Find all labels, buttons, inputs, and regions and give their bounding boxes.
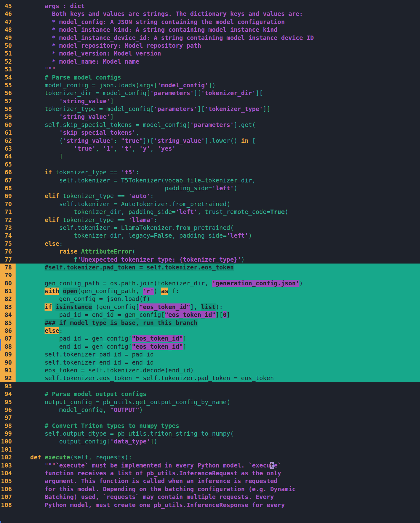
code-line[interactable]: 88 end_id = gen_config["eos_token_id"] (0, 343, 420, 351)
code-line[interactable]: 101 (0, 446, 420, 453)
code-line[interactable]: 72 elif tokenizer_type == 'llama': (0, 216, 420, 224)
code-line[interactable]: 78 #self.tokenizer.pad_token = self.toke… (0, 264, 420, 271)
code-text: with open(gen_config_path, 'r') as f: (16, 287, 420, 295)
code-line[interactable]: 46 Both keys and values are strings. The… (0, 10, 420, 18)
code-line[interactable]: 97 (0, 414, 420, 422)
code-line[interactable]: 48 * model_instance_kind: A string conta… (0, 26, 420, 34)
code-line[interactable]: 87 pad_id = gen_config["bos_token_id"] (0, 335, 420, 342)
line-number: 82 (0, 295, 16, 303)
code-line[interactable]: 91 eos_token = self.tokenizer.decode(end… (0, 366, 420, 374)
code-line[interactable]: 66 if tokenizer_type == 't5': (0, 168, 420, 176)
code-line[interactable]: 99 self.output_dtype = pb_utils.triton_s… (0, 430, 420, 438)
line-number: 91 (0, 366, 16, 374)
code-line[interactable]: 52 * model_name: Model name (0, 58, 420, 65)
code-text: elif tokenizer_type == 'auto': (16, 192, 420, 200)
code-text: self.tokenizer = AutoTokenizer.from_pret… (16, 200, 420, 208)
code-line[interactable]: 70 self.tokenizer = AutoTokenizer.from_p… (0, 200, 420, 208)
code-line[interactable]: 76 raise AttributeError( (0, 248, 420, 255)
code-line[interactable]: 61 'skip_special_tokens', (0, 129, 420, 137)
code-line[interactable]: 80 gen_config_path = os.path.join(tokeni… (0, 279, 420, 287)
code-line[interactable]: 83 if isinstance (gen_config["eos_token_… (0, 303, 420, 311)
code-line[interactable]: 69 elif tokenizer_type == 'auto': (0, 192, 420, 200)
code-line[interactable]: 90 self.tokenizer_end_id = end_id (0, 359, 420, 366)
line-number: 79 (0, 271, 16, 279)
code-line[interactable]: 86 else: (0, 327, 420, 335)
code-line[interactable]: 106 for this model. Depending on the bat… (0, 485, 420, 493)
code-line[interactable]: 62 {'string_value': "true"})['string_val… (0, 137, 420, 145)
line-number: 88 (0, 343, 16, 351)
code-line[interactable]: 89 self.tokenizer_pad_id = pad_id (0, 351, 420, 358)
code-line[interactable]: 47 * model_config: A JSON string contain… (0, 18, 420, 26)
code-line[interactable]: 68 padding_side='left') (0, 184, 420, 192)
code-line[interactable]: 77 f'Unexpected tokenizer type: {tokeniz… (0, 256, 420, 264)
line-number: 53 (0, 65, 16, 73)
code-line[interactable]: 75 else: (0, 240, 420, 248)
line-number: 77 (0, 256, 16, 264)
code-text: args : dict (16, 2, 420, 10)
code-line[interactable]: 95 output_config = pb_utils.get_output_c… (0, 398, 420, 406)
line-number: 52 (0, 58, 16, 65)
code-line[interactable]: 92 self.tokenizer.eos_token = self.token… (0, 374, 420, 382)
code-line[interactable]: 55 model_config = json.loads(args['model… (0, 81, 420, 89)
code-editor[interactable]: 45 args : dict46 Both keys and values ar… (0, 0, 420, 523)
code-line[interactable]: 104 function receives a list of pb_utils… (0, 469, 420, 477)
code-line[interactable]: 49 * model_instance_device_id: A string … (0, 34, 420, 42)
code-line[interactable]: 84 pad_id = end_id = gen_config["eos_tok… (0, 311, 420, 319)
line-number: 101 (0, 446, 16, 453)
line-number: 93 (0, 382, 16, 390)
code-line[interactable]: 82 gen_config = json.load(f) (0, 295, 420, 303)
code-line[interactable]: 108 Python model, must create one pb_uti… (0, 501, 420, 509)
line-number: 75 (0, 240, 16, 248)
code-line[interactable]: 67 self.tokenizer = T5Tokenizer(vocab_fi… (0, 177, 420, 184)
code-text: 'true', '1', 't', 'y', 'yes' (16, 145, 420, 153)
code-line[interactable]: 63 'true', '1', 't', 'y', 'yes' (0, 145, 420, 153)
code-line[interactable]: 50 * model_repository: Model repository … (0, 42, 420, 50)
code-line[interactable]: 107 Batching) used, `requests` may conta… (0, 493, 420, 501)
code-line[interactable]: 56 tokenizer_dir = model_config['paramet… (0, 89, 420, 97)
code-text: {'string_value': "true"})['string_value'… (16, 137, 420, 145)
code-line[interactable]: 60 self.skip_special_tokens = model_conf… (0, 121, 420, 129)
code-line[interactable]: 79 (0, 271, 420, 279)
code-line[interactable]: 85 ### if model type is base, run this b… (0, 319, 420, 327)
code-area[interactable]: 45 args : dict46 Both keys and values ar… (0, 2, 420, 509)
line-number: 99 (0, 430, 16, 438)
code-line[interactable]: 96 model_config, "OUTPUT") (0, 406, 420, 414)
code-line[interactable]: 58 tokenizer_type = model_config['parame… (0, 105, 420, 113)
code-line[interactable]: 53 """ (0, 65, 420, 73)
line-number: 84 (0, 311, 16, 319)
line-number: 107 (0, 493, 16, 501)
code-text: model_config, "OUTPUT") (16, 406, 420, 414)
code-text: gen_config_path = os.path.join(tokenizer… (16, 279, 420, 287)
code-line[interactable]: 105 argument. This function is called wh… (0, 477, 420, 485)
code-line[interactable]: 94 # Parse model output configs (0, 390, 420, 398)
code-text: end_id = gen_config["eos_token_id"] (16, 343, 420, 351)
code-line[interactable]: 102 def execute(self, requests): (0, 453, 420, 461)
code-line[interactable]: 93 (0, 382, 420, 390)
code-line[interactable]: 73 self.tokenizer = LlamaTokenizer.from_… (0, 224, 420, 232)
line-number: 60 (0, 121, 16, 129)
code-text (16, 446, 420, 453)
code-line[interactable]: 54 # Parse model configs (0, 74, 420, 81)
code-line[interactable]: 103 """`execute` must be implemented in … (0, 462, 420, 469)
line-number: 50 (0, 42, 16, 50)
line-number: 55 (0, 81, 16, 89)
code-line[interactable]: 51 * model_version: Model version (0, 50, 420, 57)
line-number: 65 (0, 161, 16, 168)
line-number: 62 (0, 137, 16, 145)
code-line[interactable]: 98 # Convert Triton types to numpy types (0, 422, 420, 430)
code-line[interactable]: 57 'string_value'] (0, 97, 420, 105)
line-number: 45 (0, 2, 16, 10)
code-line[interactable]: 74 tokenizer_dir, legacy=False, padding_… (0, 232, 420, 240)
code-line[interactable]: 71 tokenizer_dir, padding_side='left', t… (0, 208, 420, 216)
code-line[interactable]: 65 (0, 161, 420, 168)
code-line[interactable]: 100 output_config['data_type']) (0, 438, 420, 445)
code-line[interactable]: 45 args : dict (0, 2, 420, 10)
code-line[interactable]: 64 ] (0, 153, 420, 160)
code-text: * model_repository: Model repository pat… (16, 42, 420, 50)
code-text: ] (16, 153, 420, 160)
line-number: 54 (0, 74, 16, 81)
line-number: 105 (0, 477, 16, 485)
code-line[interactable]: 81 with open(gen_config_path, 'r') as f: (0, 287, 420, 295)
line-number: 72 (0, 216, 16, 224)
code-line[interactable]: 59 'string_value'] (0, 113, 420, 121)
